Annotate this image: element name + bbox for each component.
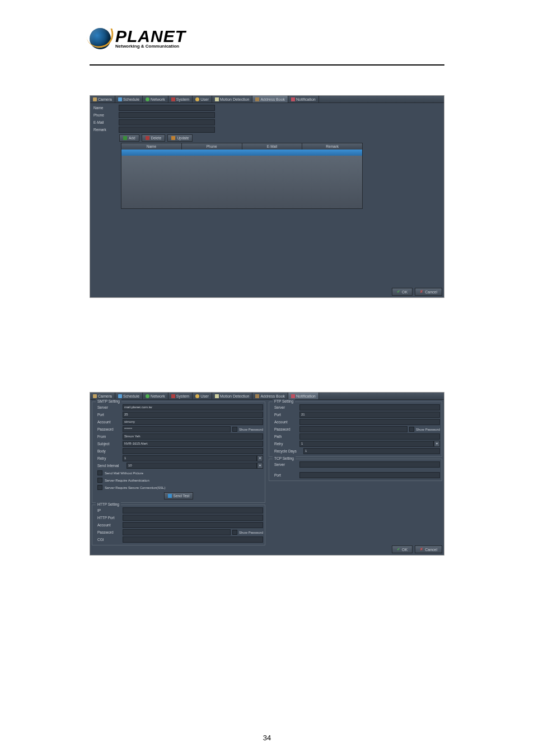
col-email[interactable]: E-Mail xyxy=(242,143,303,150)
tab-schedule[interactable]: Schedule xyxy=(115,393,143,399)
ftp-password-label: Password xyxy=(271,427,299,431)
tcp-port-label: Port xyxy=(271,473,299,477)
ftp-server-input[interactable] xyxy=(299,404,440,410)
col-remark[interactable]: Remark xyxy=(302,143,362,150)
smtp-server-label: Server xyxy=(94,405,123,409)
ftp-retry-input[interactable]: 1 xyxy=(299,441,434,447)
ftp-showpw-checkbox[interactable] xyxy=(409,427,414,432)
tab-system[interactable]: System xyxy=(168,96,193,102)
http-cgi-label: CGI xyxy=(94,538,123,542)
table-body xyxy=(121,156,362,208)
http-password-input[interactable] xyxy=(123,529,231,535)
remark-input[interactable] xyxy=(119,127,215,133)
spinner-icon[interactable]: ▾ xyxy=(257,455,263,461)
smtp-interval-input[interactable]: 10 xyxy=(127,463,257,469)
table-row-selected[interactable] xyxy=(121,150,362,156)
tab-address-book[interactable]: Address Book xyxy=(252,96,288,102)
update-button[interactable]: Update xyxy=(167,134,193,142)
spinner-icon[interactable]: ▾ xyxy=(434,441,440,447)
address-book-icon xyxy=(255,394,259,398)
send-test-button[interactable]: Send Test xyxy=(164,492,194,500)
x-icon: ✘ xyxy=(420,547,423,552)
delete-button[interactable]: Delete xyxy=(142,134,166,142)
smtp-from-input[interactable]: Simon Yeh xyxy=(123,433,263,440)
phone-label: Phone xyxy=(90,113,119,117)
tab-motion[interactable]: Motion Detection xyxy=(212,393,253,399)
tab-network[interactable]: Network xyxy=(143,96,168,102)
smtp-account-input[interactable]: simony xyxy=(123,419,263,425)
email-input[interactable] xyxy=(119,119,215,125)
ok-button[interactable]: ✔OK xyxy=(392,545,413,553)
http-group: HTTP Setting IP HTTP Port Account Passwo… xyxy=(92,505,265,545)
cancel-button[interactable]: ✘Cancel xyxy=(415,545,442,553)
user-icon xyxy=(195,97,199,101)
network-icon xyxy=(146,394,149,398)
tcp-server-label: Server xyxy=(271,463,299,466)
ok-button[interactable]: ✔OK xyxy=(392,288,413,296)
smtp-showpw-checkbox[interactable] xyxy=(232,427,237,432)
ftp-recycle-input[interactable]: 1 xyxy=(303,448,440,454)
tab-address-book[interactable]: Address Book xyxy=(252,393,288,399)
tcp-server-input[interactable] xyxy=(299,461,440,468)
ftp-path-input[interactable] xyxy=(299,433,440,440)
tab-bar-2: Camera Schedule Network System User Moti… xyxy=(90,393,444,400)
tab-user[interactable]: User xyxy=(193,96,212,102)
tab-motion[interactable]: Motion Detection xyxy=(212,96,253,102)
http-showpw-checkbox[interactable] xyxy=(232,530,237,535)
ftp-password-input[interactable] xyxy=(299,426,407,432)
add-button[interactable]: Add xyxy=(119,134,139,142)
x-icon: ✘ xyxy=(420,290,423,294)
network-icon xyxy=(146,97,149,101)
tab-schedule[interactable]: Schedule xyxy=(115,96,143,102)
ftp-account-input[interactable] xyxy=(299,419,440,425)
camera-icon xyxy=(93,394,97,398)
http-cgi-input[interactable] xyxy=(123,536,263,543)
tab-network[interactable]: Network xyxy=(143,393,168,399)
smtp-body-input[interactable] xyxy=(123,448,263,454)
tab-camera[interactable]: Camera xyxy=(90,393,115,399)
notification-icon xyxy=(291,394,295,398)
smtp-subject-input[interactable]: NVR-1615 Alert xyxy=(123,441,263,447)
http-showpw-label: Show Password xyxy=(239,531,263,534)
http-port-input[interactable] xyxy=(123,515,263,521)
http-account-label: Account xyxy=(94,523,123,527)
ftp-server-label: Server xyxy=(271,405,299,409)
system-icon xyxy=(171,97,175,101)
tcp-port-input[interactable] xyxy=(299,472,440,478)
tab-notification[interactable]: Notification xyxy=(288,96,319,102)
name-input[interactable] xyxy=(119,105,215,111)
cancel-button[interactable]: ✘Cancel xyxy=(415,288,442,296)
ftp-title: FTP Setting xyxy=(273,399,295,403)
tab-system[interactable]: System xyxy=(168,393,193,399)
opt1-checkbox[interactable] xyxy=(97,470,102,475)
http-account-input[interactable] xyxy=(123,522,263,528)
logo-name: PLANET xyxy=(115,29,186,44)
globe-icon xyxy=(90,28,111,49)
ftp-port-input[interactable]: 21 xyxy=(299,412,440,418)
col-name[interactable]: Name xyxy=(121,143,182,150)
phone-input[interactable] xyxy=(119,112,215,118)
user-icon xyxy=(195,394,199,398)
screenshot-notification: Camera Schedule Network System User Moti… xyxy=(90,392,444,556)
check-icon: ✔ xyxy=(397,547,400,552)
spinner-icon[interactable]: ▾ xyxy=(257,463,263,469)
smtp-retry-input[interactable]: 1 xyxy=(123,455,257,461)
http-ip-input[interactable] xyxy=(123,507,263,514)
notification-icon xyxy=(291,97,295,101)
motion-icon xyxy=(215,394,219,398)
opt3-checkbox[interactable] xyxy=(97,485,102,490)
tab-user[interactable]: User xyxy=(193,393,212,399)
smtp-body-label: Body xyxy=(94,449,123,453)
system-icon xyxy=(171,394,175,398)
ftp-group: FTP Setting Server Port21 Account Passwo… xyxy=(269,402,442,457)
opt2-checkbox[interactable] xyxy=(97,478,102,483)
tab-camera[interactable]: Camera xyxy=(90,96,115,102)
screenshot-address-book: Camera Schedule Network System User Moti… xyxy=(90,95,444,298)
smtp-server-input[interactable]: mail.planet.com.tw xyxy=(123,404,263,410)
tab-notification[interactable]: Notification xyxy=(288,393,319,399)
smtp-password-input[interactable]: ****** xyxy=(123,426,231,432)
motion-icon xyxy=(215,97,219,101)
email-label: E-Mail xyxy=(90,120,119,124)
smtp-port-input[interactable]: 25 xyxy=(123,412,263,418)
col-phone[interactable]: Phone xyxy=(182,143,242,150)
